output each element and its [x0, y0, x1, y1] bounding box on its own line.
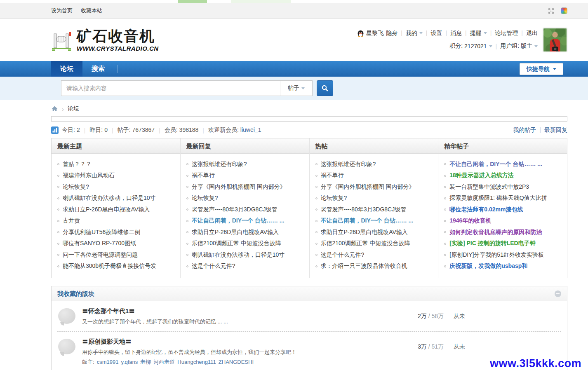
usergroup-value[interactable]: 版主 [521, 42, 532, 50]
thread-link[interactable]: 探索灵敏度极限1: 磁棒天线Q值大比拼 [449, 194, 547, 202]
thread-link[interactable]: 这是个什么元件? [192, 262, 235, 270]
palette-icon[interactable] [561, 7, 567, 14]
topbar-links: 设为首页收藏本站 [51, 7, 111, 14]
moderator-link[interactable]: ZHANGDESHI [219, 359, 254, 365]
bullet-icon [57, 231, 59, 233]
thread-link[interactable]: 求助日立P-26D黑白电视改AV输入 [63, 206, 150, 213]
thread-link[interactable]: 老管发声----80年3月3DG8CJ级管 [321, 206, 407, 213]
welcome-user-link[interactable]: liuwei_1 [240, 126, 261, 133]
topbar-link[interactable]: 设为首页 [51, 7, 73, 14]
chevron-down-icon [489, 45, 492, 47]
thread-link[interactable]: 祸不单行 [192, 172, 215, 179]
user-menu-item[interactable]: 论坛管理 [495, 30, 518, 36]
expand-icon[interactable] [548, 7, 555, 14]
thread-link[interactable]: 分享优利德UT56故障维修二例 [63, 229, 140, 236]
separator: | [159, 127, 160, 133]
separator: | [539, 126, 541, 133]
forum-name-link[interactable]: 〓原创摄影天地〓 [82, 338, 132, 345]
thread-list-item: 祸不单行 [315, 170, 434, 182]
forum-name-link[interactable]: 〓怀念那个年代1〓 [82, 307, 135, 314]
site-name: 矿石收音机 [77, 28, 159, 44]
thread-link[interactable]: 不让自己闲着，DIY一个 台钻…… ... [192, 217, 285, 225]
thread-link[interactable]: 问一下各位老哥电源调整问题 [63, 251, 138, 259]
moderator-link[interactable]: 河西老道 [153, 359, 175, 365]
moderator-link[interactable]: Huangcheng111 [177, 359, 216, 365]
thread-link[interactable]: 不让自己闲着，DIY一个 台钻…… ... [321, 217, 414, 225]
avatar[interactable] [543, 28, 567, 52]
thread-list-item: 分享《国内外胆机搭棚图 国内部分》 [315, 181, 434, 193]
thread-link[interactable]: 求助日立P-26D黑白电视改AV输入 [321, 229, 408, 236]
forum-info: 〓原创摄影天地〓用你手中的镜头，留下身边的记忆，虽不曾成为经典，但却成为永恒，我… [82, 338, 382, 366]
thread-link[interactable]: 这是个什么元件? [321, 251, 365, 259]
stats-link[interactable]: 最新回复 [544, 126, 567, 133]
thread-link[interactable]: 求助日立P-26D黑白电视改AV输入 [192, 229, 279, 236]
thread-link[interactable]: 求：介绍一只三波段晶体管收音机 [321, 262, 407, 270]
thread-link[interactable]: 装一台新型集中滤波式中放2P3 [449, 183, 529, 191]
thread-link[interactable]: 乐信2100调频正常 中短波没台故障 [321, 240, 410, 247]
nav-tab-论坛[interactable]: 论坛 [51, 61, 82, 77]
thread-link[interactable]: 祸不单行 [321, 172, 344, 179]
thread-link[interactable]: 福建漳州东山风动石 [63, 172, 115, 179]
bullet-icon [315, 186, 318, 188]
stats-link[interactable]: 我的帖子 [513, 126, 536, 133]
thread-link[interactable]: 庆祝新版，发我做的usbasp和 [449, 262, 527, 270]
thread-list-item: 哪位有SANYO RP-7700图纸 [57, 238, 176, 250]
thread-link[interactable]: 分享《国内外胆机搭棚图 国内部分》 [321, 183, 415, 191]
thread-link[interactable]: 古井贡 [63, 217, 80, 225]
user-menu-item[interactable]: 我的 [406, 30, 417, 36]
stat-value: 398188 [179, 126, 199, 133]
thread-link[interactable]: 论坛恢复? [63, 183, 89, 191]
user-menu-item[interactable]: 退出 [526, 30, 538, 36]
username-link[interactable]: 星黎飞 [366, 30, 383, 37]
thread-link[interactable]: 乐信2100调频正常 中短波没台故障 [192, 240, 281, 247]
thread-link[interactable]: 18种显示器进入总线方法 [449, 172, 514, 179]
thread-link[interactable]: 喇叭磁缸在没办法移动，口径是10寸 [192, 251, 285, 259]
search-category-select[interactable]: 帖子 [280, 81, 312, 96]
thread-link[interactable]: 如何判定收音机底噪声的原因和防治 [449, 229, 542, 236]
column-list: 不让自己闲着，DIY一个 台钻…… ...18种显示器进入总线方法装一台新型集中… [438, 154, 567, 278]
thread-link[interactable]: [实验] PIC 控制的旋转LED电子钟 [449, 240, 535, 247]
search-input[interactable] [61, 81, 280, 96]
site-logo[interactable]: 矿石收音机 WWW.CRYSTALRADIO.CN [51, 28, 159, 52]
search-button[interactable] [317, 80, 333, 96]
breadcrumb-forum-link[interactable]: 论坛 [68, 105, 79, 112]
user-menu-item[interactable]: 设置 [430, 30, 442, 36]
moderator-link[interactable]: y.qfans [121, 359, 138, 365]
site-header: 矿石收音机 WWW.CRYSTALRADIO.CN 星黎飞 [0, 19, 588, 61]
thread-link[interactable]: 论坛恢复? [192, 194, 218, 202]
thread-link[interactable]: 这张报纸谁还有印象? [192, 161, 247, 168]
column-header: 热帖 [310, 138, 438, 154]
thread-link[interactable]: 1946年的收音机 [449, 217, 491, 225]
thread-link[interactable]: 不让自己闲着，DIY一个 台钻…… ... [449, 161, 542, 168]
nav-tab-搜索[interactable]: 搜索 [82, 61, 114, 77]
board-column: 热帖这张报纸谁还有印象?祸不单行分享《国内外胆机搭棚图 国内部分》论坛恢复?老管… [309, 138, 438, 278]
collapse-icon[interactable] [555, 290, 561, 297]
moderator-link[interactable]: 老柳 [140, 359, 151, 365]
thread-link[interactable]: 能不能从300b机子栅极直接接信号发 [63, 262, 156, 270]
user-menu-item[interactable]: 消息 [450, 30, 462, 36]
thread-list-item: 这是个什么元件? [186, 261, 305, 272]
thread-list-item: 求助日立P-26D黑白电视改AV输入 [57, 204, 176, 215]
thread-link[interactable]: 喇叭磁缸在没办法移动，口径是10寸 [63, 194, 156, 202]
thread-link[interactable]: 论坛恢复? [321, 194, 347, 202]
thread-list-item: 福建漳州东山风动石 [57, 170, 176, 182]
column-list: 这张报纸谁还有印象?祸不单行分享《国内外胆机搭棚图 国内部分》论坛恢复?老管发声… [310, 154, 438, 278]
thread-link[interactable]: 首贴？？？ [63, 161, 92, 168]
thread-list-item: 分享《国内外胆机搭棚图 国内部分》 [186, 181, 305, 193]
home-icon[interactable] [51, 105, 58, 112]
bullet-icon [444, 163, 446, 165]
topbar-link[interactable]: 收藏本站 [81, 7, 102, 14]
thread-link[interactable]: 分享《国内外胆机搭棚图 国内部分》 [192, 183, 286, 191]
user-menu-item[interactable]: 提醒 [470, 30, 482, 36]
thread-list-item: 这张报纸谁还有印象? [186, 159, 305, 170]
thread-link[interactable]: 老管发声----80年3月3DG8CJ级管 [192, 206, 278, 213]
thread-link[interactable]: 哪位老法师有0.02mm漆包线 [449, 206, 523, 213]
user-status: 隐身 [386, 30, 397, 37]
thread-link[interactable]: 这张报纸谁还有印象? [321, 161, 376, 168]
moderator-link[interactable]: csm1991 [97, 359, 119, 365]
welcome-label: 欢迎新会员: [208, 126, 239, 133]
credits-value[interactable]: 2127021 [464, 43, 487, 49]
quick-nav-button[interactable]: 快捷导航 [520, 63, 563, 75]
thread-link[interactable]: [原创DIY]分享我的51红外收发实验板 [449, 251, 544, 259]
thread-link[interactable]: 哪位有SANYO RP-7700图纸 [63, 240, 136, 247]
